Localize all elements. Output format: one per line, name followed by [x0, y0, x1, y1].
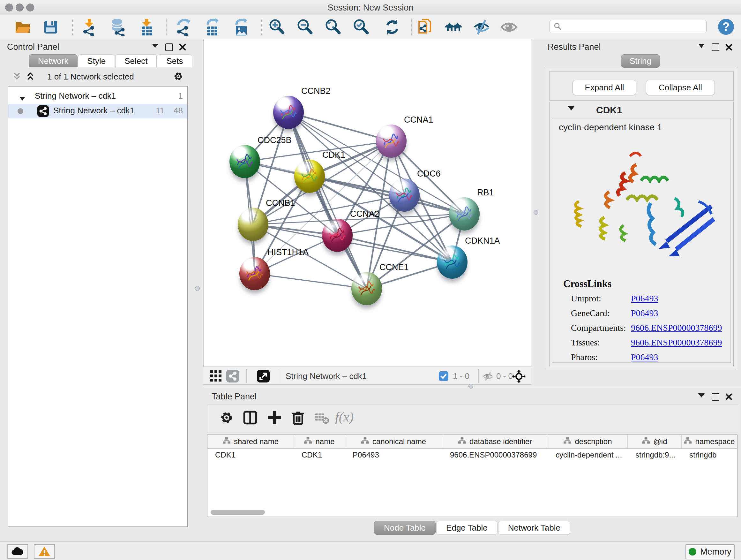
- delete-column-trash-icon[interactable]: [290, 409, 309, 428]
- import-database-button[interactable]: [108, 17, 128, 37]
- open-session-button[interactable]: [13, 17, 32, 37]
- network-node-CCNE1[interactable]: [351, 272, 382, 305]
- fit-content-crosshair-icon[interactable]: [512, 370, 526, 383]
- network-node-CDK1[interactable]: [294, 160, 325, 193]
- float-panel-icon[interactable]: [698, 44, 704, 49]
- table-row[interactable]: CDK1CDK1P064939606.ENSP00000378699cyclin…: [207, 449, 737, 461]
- node-table[interactable]: shared namenamecanonical namedatabase id…: [207, 435, 738, 517]
- column-header-namespace[interactable]: namespace: [682, 435, 737, 448]
- protein-thumbnail: [394, 184, 414, 206]
- tab-node-table[interactable]: Node Table: [374, 521, 435, 535]
- detach-view-icon[interactable]: [257, 370, 270, 383]
- close-panel-icon[interactable]: [725, 44, 733, 52]
- float-panel-icon[interactable]: [152, 44, 158, 49]
- network-node-CDC25B[interactable]: [229, 145, 260, 178]
- help-button[interactable]: ?: [718, 19, 734, 35]
- network-node-RB1[interactable]: [449, 197, 480, 231]
- close-panel-icon[interactable]: [179, 44, 186, 52]
- share-file-button[interactable]: [415, 17, 435, 37]
- tab-network-table[interactable]: Network Table: [498, 521, 570, 535]
- network-node-CDC6[interactable]: [389, 179, 420, 212]
- column-label: database identifier: [469, 437, 532, 446]
- tab-style[interactable]: Style: [78, 54, 115, 67]
- show-graphics-button[interactable]: [499, 17, 519, 37]
- import-network-button[interactable]: [79, 17, 99, 37]
- hide-graphics-button[interactable]: [472, 17, 491, 37]
- crosslink-link[interactable]: P06493: [631, 308, 658, 318]
- network-node-HIST1H1A[interactable]: [239, 257, 270, 290]
- dock-panel-icon[interactable]: [165, 44, 173, 52]
- collapse-icon[interactable]: [19, 93, 25, 103]
- network-node-CCNB1[interactable]: [238, 208, 268, 241]
- vertical-splitter-grip[interactable]: [195, 286, 200, 291]
- dock-panel-icon[interactable]: [712, 44, 719, 52]
- search-input[interactable]: [562, 22, 697, 31]
- refresh-icon: [383, 18, 401, 36]
- vertical-splitter-grip[interactable]: [534, 210, 538, 215]
- zoom-fit-button[interactable]: [324, 17, 343, 37]
- network-node-CCNB2[interactable]: [273, 96, 304, 129]
- network-node-CCNA1[interactable]: [376, 125, 407, 158]
- column-header-database-identifier[interactable]: database identifier: [442, 435, 548, 448]
- table-cell[interactable]: stringdb:9...: [628, 449, 682, 461]
- search-field[interactable]: [549, 20, 706, 33]
- collapse-icon[interactable]: [568, 106, 575, 112]
- tab-select[interactable]: Select: [115, 54, 157, 67]
- column-header-name[interactable]: name: [294, 435, 345, 448]
- tab-string[interactable]: String: [621, 54, 660, 68]
- delete-table-icon[interactable]: [313, 409, 333, 428]
- add-column-icon[interactable]: [266, 409, 285, 428]
- cloud-button[interactable]: [7, 544, 28, 559]
- network-row-selected[interactable]: String Network – cdk1 11 48: [8, 104, 187, 118]
- gene-section-header[interactable]: CDK1: [549, 102, 733, 118]
- column-header-description[interactable]: description: [548, 435, 628, 448]
- export-image-button[interactable]: [231, 17, 251, 37]
- show-columns-icon[interactable]: [242, 409, 261, 428]
- grid-view-icon[interactable]: [210, 370, 223, 383]
- column-header-shared-name[interactable]: shared name: [207, 435, 294, 448]
- table-settings-gear-icon[interactable]: [218, 409, 238, 428]
- save-session-button[interactable]: [41, 17, 61, 37]
- network-canvas[interactable]: CCNB2CCNA1CDC25BCDK1CDC6RB1CCNB1CCNA2CDK…: [203, 39, 531, 367]
- tab-edge-table[interactable]: Edge Table: [436, 521, 497, 535]
- selected-checkbox[interactable]: [439, 371, 452, 385]
- table-cell[interactable]: P06493: [345, 449, 442, 461]
- crosslink-link[interactable]: P06493: [631, 352, 658, 362]
- crosslink-link[interactable]: 9606.ENSP00000378699: [631, 323, 722, 333]
- table-cell[interactable]: stringdb: [682, 449, 737, 461]
- tab-sets[interactable]: Sets: [157, 54, 192, 67]
- crosslink-link[interactable]: P06493: [631, 294, 658, 304]
- zoom-selected-button[interactable]: [352, 17, 372, 37]
- zoom-in-button[interactable]: [267, 17, 287, 37]
- table-cell[interactable]: CDK1: [207, 449, 294, 461]
- table-cell[interactable]: cyclin-dependent ...: [548, 449, 628, 461]
- network-collection-row[interactable]: String Network – cdk1 1: [8, 89, 187, 104]
- string-home-button[interactable]: [444, 17, 463, 37]
- network-node-CDKN1A[interactable]: [437, 246, 468, 279]
- dock-panel-icon[interactable]: [712, 393, 719, 402]
- expand-all-button[interactable]: Expand All: [572, 80, 636, 95]
- warnings-button[interactable]: [34, 544, 55, 559]
- network-options-gear-icon[interactable]: [172, 70, 185, 84]
- tab-network[interactable]: Network: [29, 54, 77, 67]
- close-panel-icon[interactable]: [725, 393, 733, 402]
- network-node-CCNA2[interactable]: [322, 219, 353, 252]
- refresh-button[interactable]: [382, 17, 402, 37]
- memory-button[interactable]: Memory: [685, 544, 735, 559]
- column-header-@id[interactable]: @id: [628, 435, 682, 448]
- network-view-icon[interactable]: [226, 370, 240, 383]
- export-table-button[interactable]: [202, 17, 222, 37]
- collapse-all-button[interactable]: Collapse All: [646, 80, 715, 95]
- function-builder-icon[interactable]: f(x): [335, 409, 370, 428]
- hidden-eye-icon[interactable]: [482, 371, 495, 384]
- float-panel-icon[interactable]: [698, 393, 704, 399]
- table-cell[interactable]: CDK1: [294, 449, 345, 461]
- crosslink-link[interactable]: 9606.ENSP00000378699: [631, 337, 722, 348]
- column-header-canonical-name[interactable]: canonical name: [345, 435, 442, 448]
- import-table-button[interactable]: [137, 17, 157, 37]
- export-network-button[interactable]: [174, 17, 193, 37]
- table-cell[interactable]: 9606.ENSP00000378699: [442, 449, 548, 461]
- horizontal-scrollbar[interactable]: [211, 510, 265, 515]
- horizontal-splitter-grip[interactable]: [468, 384, 473, 388]
- zoom-out-button[interactable]: [295, 17, 315, 37]
